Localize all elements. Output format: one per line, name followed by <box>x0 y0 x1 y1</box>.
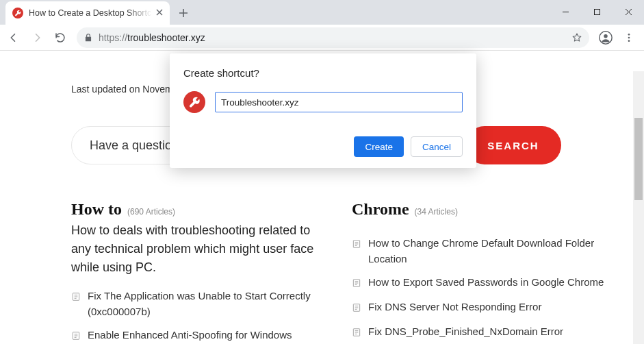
wrench-favicon-icon <box>12 8 23 19</box>
document-icon <box>352 237 361 253</box>
url-host: troubleshooter.xyz <box>127 32 205 43</box>
window-maximize-button[interactable] <box>581 1 613 22</box>
tab-close-icon[interactable] <box>156 8 163 18</box>
wrench-icon <box>183 91 205 113</box>
window-close-button[interactable] <box>613 1 644 22</box>
cancel-button-label: Cancel <box>422 142 451 152</box>
address-bar[interactable]: https://troubleshooter.xyz <box>77 27 589 48</box>
category-title[interactable]: How to <box>71 200 122 219</box>
browser-toolbar: https://troubleshooter.xyz <box>0 25 644 51</box>
category-chrome: Chrome (34 Articles) How to Change Chrom… <box>352 200 606 344</box>
article-link: Fix DNS Server Not Responding Error <box>368 299 541 315</box>
dialog-title: Create shortcut? <box>183 67 463 79</box>
url-scheme: https:// <box>99 32 127 43</box>
back-button[interactable] <box>3 27 25 49</box>
kebab-menu-button[interactable] <box>618 27 640 49</box>
shortcut-name-input[interactable] <box>215 92 463 112</box>
article-link: Enable Enhanced Anti-Spoofing for Window… <box>88 327 292 343</box>
list-item[interactable]: How to Change Chrome Default Download Fo… <box>352 235 606 267</box>
cancel-button[interactable]: Cancel <box>411 136 463 157</box>
search-placeholder: Have a question <box>90 138 179 153</box>
list-item[interactable]: Fix DNS Server Not Responding Error <box>352 299 606 317</box>
svg-rect-0 <box>594 9 600 14</box>
category-description: How to deals with troubleshooting relate… <box>71 221 326 277</box>
article-link: Fix The Application was Unable to Start … <box>88 288 326 320</box>
search-button-label: SEARCH <box>487 140 539 151</box>
url-text: https://troubleshooter.xyz <box>99 32 566 43</box>
tab-strip: How to Create a Desktop Shortcu <box>0 0 644 25</box>
tab-title: How to Create a Desktop Shortcu <box>29 8 152 18</box>
article-link: How to Change Chrome Default Download Fo… <box>368 235 606 267</box>
vertical-scrollbar[interactable] <box>633 71 644 344</box>
list-item[interactable]: Enable Enhanced Anti-Spoofing for Window… <box>71 327 326 345</box>
reload-button[interactable] <box>49 27 71 49</box>
category-title[interactable]: Chrome <box>352 200 409 219</box>
article-link: Fix DNS_Probe_Finished_NxDomain Error <box>368 323 563 339</box>
search-button[interactable]: SEARCH <box>465 126 561 164</box>
browser-tab[interactable]: How to Create a Desktop Shortcu <box>5 1 170 25</box>
svg-point-2 <box>604 34 608 38</box>
category-howto: How to (690 Articles) How to deals with … <box>71 200 326 344</box>
list-item[interactable]: Fix The Application was Unable to Start … <box>71 288 326 320</box>
list-item[interactable]: How to Export Saved Passwords in Google … <box>352 274 606 292</box>
create-button-label: Create <box>365 142 393 152</box>
create-shortcut-dialog: Create shortcut? Create Cancel <box>170 53 476 168</box>
category-count: (690 Articles) <box>127 207 175 217</box>
svg-point-5 <box>628 40 630 42</box>
create-button[interactable]: Create <box>354 136 404 157</box>
list-item[interactable]: Fix DNS_Probe_Finished_NxDomain Error <box>352 323 606 341</box>
scrollbar-thumb[interactable] <box>634 118 643 200</box>
document-icon <box>352 325 361 341</box>
profile-avatar-button[interactable] <box>595 27 617 49</box>
category-count: (34 Articles) <box>415 207 458 217</box>
window-minimize-button[interactable] <box>550 1 581 22</box>
document-icon <box>352 276 361 292</box>
svg-point-3 <box>628 34 630 36</box>
new-tab-button[interactable] <box>174 3 193 23</box>
svg-point-4 <box>628 36 630 38</box>
document-icon <box>71 290 81 306</box>
document-icon <box>71 329 81 345</box>
forward-button[interactable] <box>26 27 48 49</box>
lock-icon <box>83 33 93 42</box>
document-icon <box>352 301 361 317</box>
article-link: How to Export Saved Passwords in Google … <box>368 274 604 290</box>
bookmark-star-icon[interactable] <box>571 32 582 43</box>
